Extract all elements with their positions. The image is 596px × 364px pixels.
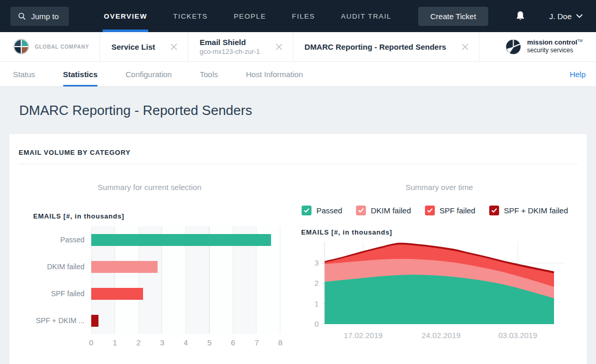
top-navbar: Jump to OVERVIEWTICKETSPEOPLEFILESAUDIT … [0,0,596,32]
bar-chart-rows: PassedDKIM failedSPF failedSPF + DKIM ..… [33,226,280,334]
current-selection-column: Summary for current selection EMAILS [#,… [19,172,280,351]
area-chart-svg: 012317.02.201924.02.201903.03.2019 [301,239,575,349]
user-name: J. Doe [549,12,572,21]
nav-item-files[interactable]: FILES [279,0,328,32]
x-axis-tick-label: 2 [136,338,140,347]
right-column-heading: Summary over time [301,183,577,192]
bar [91,234,271,246]
legend-label: DKIM failed [371,206,411,215]
logo-quadrant [15,47,21,53]
close-icon[interactable] [171,43,177,50]
email-volume-panel: EMAIL VOLUME BY CATEGORY Summary for cur… [9,134,587,364]
bar-track [91,315,280,327]
company-label: GLOBAL COMPANY [35,44,89,50]
logo-quadrant [15,40,21,46]
main-nav: OVERVIEWTICKETSPEOPLEFILESAUDIT TRAIL [91,0,404,32]
tab-status[interactable]: Status [10,62,49,86]
workspace-tab-service-list[interactable]: Service List [100,32,188,61]
left-column-heading: Summary for current selection [19,183,280,192]
workspace-tab-subtitle: gco-mx123-ch-zur-1 [200,48,260,55]
jump-to-label: Jump to [31,12,59,21]
workspace-tab-text: Service List [111,42,155,51]
legend-label: Passed [316,206,342,215]
tab-tools[interactable]: Tools [186,62,232,86]
x-axis-tick-label: 5 [207,338,211,347]
x-axis-tick-label: 4 [183,338,188,347]
global-company-logo-icon [13,39,29,54]
logo-quadrant [22,40,28,46]
chevron-down-icon [576,14,583,18]
legend-label: SPF failed [439,206,475,215]
x-axis-date-label: 24.02.2019 [422,331,461,340]
chart-legend: PassedDKIM failedSPF failedSPF + DKIM fa… [301,206,577,215]
notifications-button[interactable] [515,10,526,22]
legend-item-dkim-failed[interactable]: DKIM failed [356,206,411,215]
workspace-tab-email-shield[interactable]: Email Shieldgco-mx123-ch-zur-1 [188,32,292,61]
y-axis-tick-label: 3 [315,258,319,267]
bar-chart-title: EMAILS [#, in thousands] [33,212,280,220]
vendor-brand-text: mission controlTM security services [527,39,583,54]
workspace-tab-dmarc-reporting-reported-senders[interactable]: DMARC Reporting - Reported Senders [293,32,479,61]
bar-row: Passed [33,226,280,253]
x-axis-tick-label: 8 [278,338,282,347]
x-axis-tick-label: 3 [160,338,164,347]
trademark-mark: TM [577,39,583,42]
workspace-tabbar: GLOBAL COMPANY Service ListEmail Shieldg… [0,32,596,62]
vendor-name: mission control [527,39,577,47]
bar-row: SPF + DKIM ... [33,307,280,334]
over-time-column: Summary over time PassedDKIM failedSPF f… [301,172,577,351]
create-ticket-button[interactable]: Create Ticket [418,7,488,26]
bar-category-label: SPF failed [33,289,91,298]
x-axis-date-label: 03.03.2019 [498,331,537,340]
workspace-tab-title: DMARC Reporting - Reported Senders [305,42,446,51]
x-axis-tick-label: 7 [254,338,259,347]
nav-item-overview[interactable]: OVERVIEW [91,0,160,32]
area-chart: 012317.02.201924.02.201903.03.2019 [301,239,577,351]
page-title: DMARC Reporting - Reported Senders [19,103,596,119]
nav-item-audit-trail[interactable]: AUDIT TRAIL [328,0,404,32]
workspace-tab-title: Service List [111,42,155,51]
bar [91,288,143,300]
help-link[interactable]: Help [570,70,586,79]
nav-item-people[interactable]: PEOPLE [221,0,279,32]
close-icon[interactable] [276,43,282,50]
user-menu[interactable]: J. Doe [549,12,583,21]
checkbox-checked-icon[interactable] [489,206,499,215]
company-brand: GLOBAL COMPANY [0,32,100,61]
bar [91,261,158,273]
jump-to-button[interactable]: Jump to [10,7,69,26]
bar [91,315,98,327]
x-axis-date-label: 17.02.2019 [344,331,382,340]
tab-configuration[interactable]: Configuration [111,62,186,86]
checkbox-checked-icon[interactable] [302,206,311,215]
checkbox-checked-icon[interactable] [425,206,435,215]
close-icon[interactable] [462,43,469,50]
workspace-tab-text: DMARC Reporting - Reported Senders [305,42,446,51]
tab-host-information[interactable]: Host Information [232,62,317,86]
bar-chart: PassedDKIM failedSPF failedSPF + DKIM ..… [33,226,280,334]
panel-header: EMAIL VOLUME BY CATEGORY [19,145,577,164]
checkbox-checked-icon[interactable] [356,206,366,215]
bar-category-label: SPF + DKIM ... [33,316,91,325]
x-axis-tick-label: 0 [89,338,93,347]
section-tabbar: StatusStatisticsConfigurationToolsHost I… [0,62,596,87]
y-axis-tick-label: 2 [315,279,319,287]
workspace-tab-text: Email Shieldgco-mx123-ch-zur-1 [200,38,260,55]
vendor-brand: mission controlTM security services [505,32,596,61]
mission-control-logo-icon [505,39,521,55]
legend-item-spf-dkim-failed[interactable]: SPF + DKIM failed [489,206,568,215]
section-tabs: StatusStatisticsConfigurationToolsHost I… [10,62,317,86]
bar-category-label: DKIM failed [33,263,91,271]
y-axis-tick-label: 0 [315,319,319,328]
bar-row: DKIM failed [33,253,280,280]
workspace-tab-title: Email Shield [200,38,260,47]
y-axis-tick-label: 1 [315,299,319,308]
legend-label: SPF + DKIM failed [504,206,568,215]
x-axis-tick-label: 1 [112,338,117,347]
nav-item-tickets[interactable]: TICKETS [160,0,221,32]
legend-item-passed[interactable]: Passed [302,206,342,215]
workspace-tabs: Service ListEmail Shieldgco-mx123-ch-zur… [100,32,479,61]
tab-statistics[interactable]: Statistics [49,62,112,86]
legend-item-spf-failed[interactable]: SPF failed [425,206,475,215]
search-icon [18,12,26,20]
